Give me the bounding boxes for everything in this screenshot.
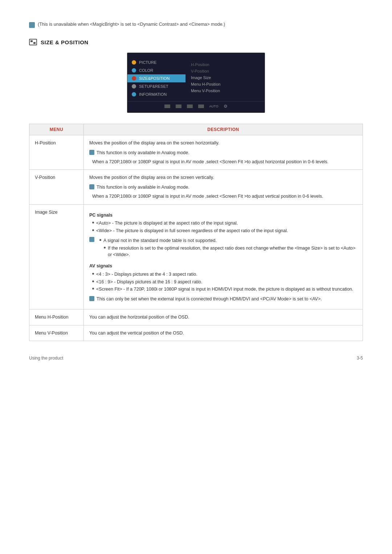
desc-hposition: Moves the position of the display area o… (84, 135, 363, 170)
osd-item-info: INFORMATION (127, 90, 185, 98)
table-row-imagesize: Image Size PC signals <Auto> - The pictu… (29, 204, 363, 309)
pc-subnote-2: If the resolution is set to the optimal … (104, 245, 357, 259)
pc-bullet-1-text: <Auto> - The picture is displayed at the… (96, 220, 238, 227)
table-row-menuh: Menu H-Position You can adjust the horiz… (29, 309, 363, 325)
av-dot-1 (92, 273, 94, 275)
av-bullet-2: <16 : 9> - Displays pictures at the 16 :… (92, 279, 357, 286)
osd-label-info: INFORMATION (139, 92, 167, 97)
footer-right: 3-5 (357, 356, 363, 361)
pc-subnote-1: A signal not in the standard mode table … (99, 237, 357, 244)
bullet-dot-1 (92, 222, 94, 223)
col-header-menu: MENU (29, 124, 84, 135)
note-icon-sm (89, 150, 94, 155)
av-signals-label: AV signals (89, 263, 357, 270)
osd-right-panel: H-Position V-Position Image Size Menu H-… (185, 58, 265, 98)
desc-imagesize: PC signals <Auto> - The picture is displ… (84, 204, 363, 309)
osd-sub-vposition: V-Position (191, 68, 259, 74)
table-header-row: MENU DESCRIPTION (29, 124, 363, 135)
pc-note-content: A signal not in the standard mode table … (97, 237, 357, 259)
osd-item-size: SIZE&POSITION (127, 74, 185, 82)
osd-item-color: COLOR (127, 66, 185, 74)
vposition-note2: When a 720P,1080i or 1080P signal is inp… (92, 193, 357, 200)
osd-label-color: COLOR (139, 68, 153, 73)
footer-left: Using the product (29, 356, 63, 361)
pc-bullet-1: <Auto> - The picture is displayed at the… (92, 220, 357, 227)
osd-sub-hposition: H-Position (191, 61, 259, 68)
osd-label-size: SIZE&POSITION (139, 76, 170, 81)
osd-menu-image: PICTURE COLOR SIZE&POSITION SETUP&RESET … (29, 53, 363, 113)
hposition-main: Moves the position of the display area o… (89, 140, 357, 147)
subbullet-1 (99, 239, 101, 241)
hposition-note2: When a 720P,1080i or 1080P signal is inp… (92, 159, 357, 165)
av-note: This can only be set when the external i… (89, 296, 357, 303)
osd-btn-4 (198, 104, 204, 108)
osd-btn-1 (164, 104, 170, 108)
note-icon-sm-av (89, 296, 94, 301)
subbullet-2 (104, 247, 106, 249)
note-icon-sm-pc (89, 237, 94, 242)
osd-btn-2 (176, 104, 181, 108)
osd-item-picture: PICTURE (127, 58, 185, 66)
osd-menu-content: PICTURE COLOR SIZE&POSITION SETUP&RESET … (127, 58, 265, 98)
bullet-dot-2 (92, 229, 94, 231)
osd-sub-menuv: Menu V-Position (191, 87, 259, 94)
menu-name-menuv: Menu V-Position (29, 325, 84, 341)
osd-left-panel: PICTURE COLOR SIZE&POSITION SETUP&RESET … (127, 58, 185, 98)
hposition-note1: This function is only available in Analo… (89, 149, 357, 156)
osd-auto-label: AUTO (209, 104, 219, 108)
pc-subnote-2-text: If the resolution is set to the optimal … (108, 245, 357, 259)
osd-dot-setup (132, 84, 136, 89)
menu-name-menuh: Menu H-Position (29, 309, 84, 325)
osd-btn-3 (187, 104, 193, 108)
page-footer: Using the product 3-5 (29, 356, 363, 361)
size-position-icon (29, 39, 37, 45)
note-icon (29, 22, 35, 28)
features-table: MENU DESCRIPTION H-Position Moves the po… (29, 124, 363, 341)
section-title-block: SIZE & POSITION (29, 39, 363, 45)
av-note-text: This can only be set when the external i… (97, 296, 322, 303)
osd-gear-icon: ⚙ (224, 104, 228, 109)
osd-dot-info (132, 92, 136, 97)
pc-signals-label: PC signals (89, 212, 357, 219)
table-row-vposition: V-Position Moves the position of the dis… (29, 170, 363, 204)
hposition-note1-text: This function is only available in Analo… (97, 149, 189, 156)
osd-label-setup: SETUP&RESET (139, 84, 168, 89)
av-bullet-3: <Screen Fit> - If a 720P, 1080i or 1080P… (92, 286, 357, 293)
vposition-note1-text: This function is only available in Analo… (97, 184, 189, 191)
av-bullet-2-text: <16 : 9> - Displays pictures at the 16 :… (96, 279, 203, 286)
desc-menuh: You can adjust the horizontal position o… (84, 309, 363, 325)
menu-name-vposition: V-Position (29, 170, 84, 204)
osd-dot-picture (132, 60, 136, 65)
osd-sub-menuh: Menu H-Position (191, 81, 259, 87)
menu-name-hposition: H-Position (29, 135, 84, 170)
osd-label-picture: PICTURE (139, 60, 156, 65)
menu-name-imagesize: Image Size (29, 204, 84, 309)
pc-bullet-2: <Wide> - The picture is displayed in ful… (92, 227, 357, 234)
pc-note-block: A signal not in the standard mode table … (89, 237, 357, 259)
vposition-note1: This function is only available in Analo… (89, 184, 357, 191)
av-dot-3 (92, 288, 94, 290)
section-title-text: SIZE & POSITION (41, 39, 89, 45)
desc-vposition: Moves the position of the display area o… (84, 170, 363, 204)
osd-bottom-bar: AUTO ⚙ (127, 101, 265, 109)
vposition-main: Moves the position of the display area o… (89, 174, 357, 181)
av-bullet-3-text: <Screen Fit> - If a 720P, 1080i or 1080P… (96, 286, 353, 293)
table-row-menuv: Menu V-Position You can adjust the verti… (29, 325, 363, 341)
av-bullet-1-text: <4 : 3> - Displays pictures at the 4 : 3… (96, 271, 197, 278)
table-row-hposition: H-Position Moves the position of the dis… (29, 135, 363, 170)
col-header-desc: DESCRIPTION (84, 124, 363, 135)
osd-sub-imagesize: Image Size (191, 74, 259, 81)
pc-bullet-2-text: <Wide> - The picture is displayed in ful… (96, 227, 288, 234)
osd-dot-color (132, 68, 136, 73)
osd-dot-size (132, 76, 136, 81)
osd-item-setup: SETUP&RESET (127, 82, 185, 90)
pc-subnote-1-text: A signal not in the standard mode table … (103, 237, 217, 244)
note-icon-sm-v (89, 184, 94, 189)
top-note-text: (This is unavailable when <MagicBright> … (38, 22, 225, 27)
av-bullet-1: <4 : 3> - Displays pictures at the 4 : 3… (92, 271, 357, 278)
av-dot-2 (92, 280, 94, 282)
desc-menuv: You can adjust the vertical position of … (84, 325, 363, 341)
top-note: (This is unavailable when <MagicBright> … (29, 22, 363, 28)
osd-menu-box: PICTURE COLOR SIZE&POSITION SETUP&RESET … (127, 53, 265, 113)
